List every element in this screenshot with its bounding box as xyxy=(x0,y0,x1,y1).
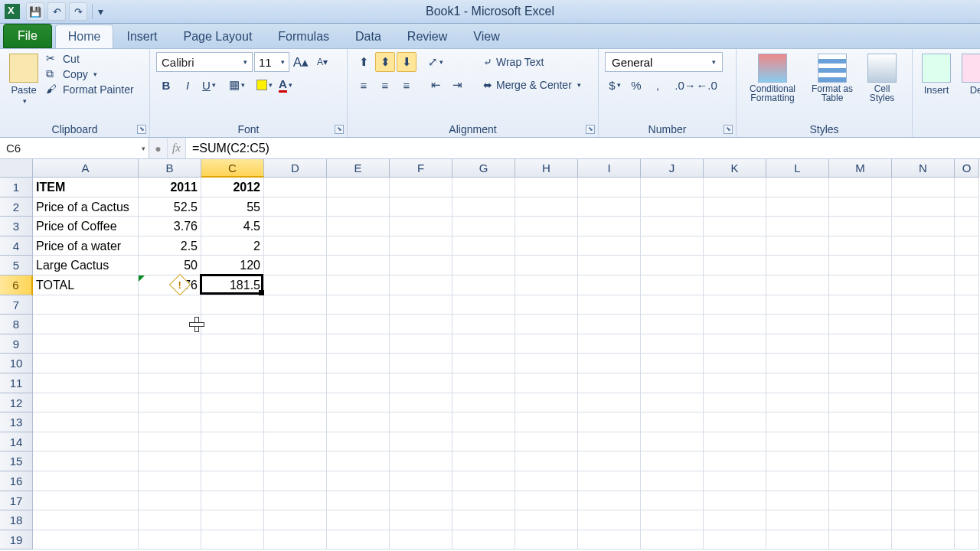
cell-H19[interactable] xyxy=(515,530,578,550)
italic-button[interactable]: I xyxy=(178,75,198,95)
cell-F19[interactable] xyxy=(390,530,452,550)
cut-button[interactable]: ✂Cut xyxy=(46,52,134,65)
cell-K16[interactable] xyxy=(704,471,766,491)
align-center-button[interactable]: ≡ xyxy=(375,75,395,95)
increase-font-button[interactable]: A▴ xyxy=(291,52,311,72)
cell-D14[interactable] xyxy=(264,432,327,452)
cell-A9[interactable] xyxy=(33,334,139,354)
row-header-4[interactable]: 4 xyxy=(0,236,33,256)
cell-N15[interactable] xyxy=(892,452,955,471)
cell-O14[interactable] xyxy=(955,432,979,452)
cell-A18[interactable] xyxy=(33,510,139,530)
name-box[interactable]: C6▾ xyxy=(0,138,149,158)
cell-L15[interactable] xyxy=(766,452,829,471)
cell-J6[interactable] xyxy=(641,276,704,295)
cell-G16[interactable] xyxy=(452,471,515,491)
decrease-decimal-button[interactable]: ←.0 xyxy=(697,75,717,95)
cell-G18[interactable] xyxy=(452,510,515,530)
cell-O18[interactable] xyxy=(955,510,979,530)
cell-B7[interactable] xyxy=(139,295,201,315)
cell-D10[interactable] xyxy=(264,354,327,373)
cell-L5[interactable] xyxy=(766,256,829,276)
cell-styles-button[interactable]: Cell Styles xyxy=(862,52,902,104)
cell-C7[interactable] xyxy=(201,295,264,315)
cell-B18[interactable] xyxy=(139,510,201,530)
copy-button[interactable]: ⧉Copy▾ xyxy=(46,67,134,80)
cell-H17[interactable] xyxy=(515,491,578,511)
cell-M17[interactable] xyxy=(829,491,892,511)
borders-button[interactable]: ▦▾ xyxy=(227,75,247,95)
row-header-14[interactable]: 14 xyxy=(0,432,33,452)
qat-save-button[interactable]: 💾 xyxy=(26,2,44,21)
increase-decimal-button[interactable]: .0→ xyxy=(675,75,695,95)
font-color-button[interactable]: A▾ xyxy=(276,75,296,95)
cell-A11[interactable] xyxy=(33,373,139,393)
cell-K18[interactable] xyxy=(704,510,766,530)
cell-N13[interactable] xyxy=(892,412,955,432)
cell-H12[interactable] xyxy=(515,393,578,413)
cell-H16[interactable] xyxy=(515,471,578,491)
cell-E7[interactable] xyxy=(327,295,390,315)
cell-N17[interactable] xyxy=(892,491,955,511)
cell-D3[interactable] xyxy=(264,217,327,236)
cell-F9[interactable] xyxy=(390,334,452,354)
row-header-5[interactable]: 5 xyxy=(0,256,33,276)
align-right-button[interactable]: ≡ xyxy=(397,75,416,95)
cell-I7[interactable] xyxy=(578,295,641,315)
cell-I15[interactable] xyxy=(578,452,641,471)
cell-K1[interactable] xyxy=(704,178,766,197)
cell-I9[interactable] xyxy=(578,334,641,354)
cell-I18[interactable] xyxy=(578,510,641,530)
cell-C16[interactable] xyxy=(201,471,264,491)
cell-M14[interactable] xyxy=(829,432,892,452)
cell-D2[interactable] xyxy=(264,197,327,217)
cell-G12[interactable] xyxy=(452,393,515,413)
row-header-7[interactable]: 7 xyxy=(0,295,33,315)
cell-B11[interactable] xyxy=(139,373,201,393)
cell-N8[interactable] xyxy=(892,315,955,334)
cell-C6[interactable]: 181.5 xyxy=(201,276,264,295)
cell-H13[interactable] xyxy=(515,412,578,432)
row-header-10[interactable]: 10 xyxy=(0,354,33,373)
row-header-8[interactable]: 8 xyxy=(0,315,33,334)
cell-O15[interactable] xyxy=(955,452,979,471)
tab-home[interactable]: Home xyxy=(55,24,114,48)
cell-G15[interactable] xyxy=(452,452,515,471)
cell-E10[interactable] xyxy=(327,354,390,373)
row-header-17[interactable]: 17 xyxy=(0,491,33,511)
cell-D9[interactable] xyxy=(264,334,327,354)
cell-I1[interactable] xyxy=(578,178,641,197)
cell-A2[interactable]: Price of a Cactus xyxy=(33,197,139,217)
cell-B4[interactable]: 2.5 xyxy=(139,236,201,256)
cell-L9[interactable] xyxy=(766,334,829,354)
cell-H15[interactable] xyxy=(515,452,578,471)
column-header-G[interactable]: G xyxy=(452,159,515,178)
cell-I11[interactable] xyxy=(578,373,641,393)
cell-A7[interactable] xyxy=(33,295,139,315)
cell-F10[interactable] xyxy=(390,354,452,373)
cell-F11[interactable] xyxy=(390,373,452,393)
cell-I14[interactable] xyxy=(578,432,641,452)
cell-B13[interactable] xyxy=(139,412,201,432)
cell-K3[interactable] xyxy=(704,217,766,236)
file-tab[interactable]: File xyxy=(3,24,52,48)
cell-J19[interactable] xyxy=(641,530,704,550)
cell-A15[interactable] xyxy=(33,452,139,471)
cell-A12[interactable] xyxy=(33,393,139,413)
cell-G3[interactable] xyxy=(452,217,515,236)
cell-G13[interactable] xyxy=(452,412,515,432)
cell-O16[interactable] xyxy=(955,471,979,491)
cell-E14[interactable] xyxy=(327,432,390,452)
delete-cells-button[interactable]: De xyxy=(959,52,980,97)
cell-J14[interactable] xyxy=(641,432,704,452)
cell-F13[interactable] xyxy=(390,412,452,432)
cell-K10[interactable] xyxy=(704,354,766,373)
cell-A5[interactable]: Large Cactus xyxy=(33,256,139,276)
qat-undo-button[interactable]: ↶ xyxy=(47,2,66,21)
cell-H1[interactable] xyxy=(515,178,578,197)
cell-A3[interactable]: Price of Coffee xyxy=(33,217,139,236)
cell-M6[interactable] xyxy=(829,276,892,295)
cell-M10[interactable] xyxy=(829,354,892,373)
cell-G17[interactable] xyxy=(452,491,515,511)
cell-M12[interactable] xyxy=(829,393,892,413)
